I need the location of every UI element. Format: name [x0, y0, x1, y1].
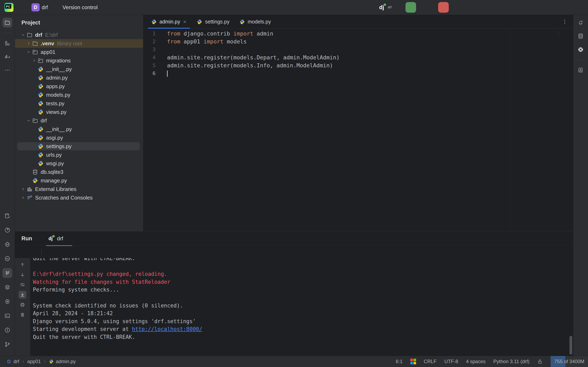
- more-actions-icon[interactable]: [456, 4, 463, 11]
- chevron-right-icon[interactable]: [26, 39, 32, 48]
- tool-button-project-folder[interactable]: [2, 18, 12, 27]
- status-line-separator[interactable]: CRLF: [424, 356, 437, 367]
- debug-button[interactable]: [423, 4, 431, 11]
- tree-item-app01[interactable]: app01: [15, 48, 143, 56]
- tree-item-tests-py[interactable]: tests.py: [15, 99, 143, 108]
- chevron-right-icon[interactable]: [20, 193, 26, 202]
- console-scrollbar[interactable]: [570, 336, 572, 355]
- server-url-link[interactable]: http://localhost:8000/: [132, 326, 202, 332]
- close-icon[interactable]: [183, 20, 187, 24]
- tree-item-admin-py[interactable]: admin.py: [15, 74, 143, 82]
- tree-item-external-libraries[interactable]: External Libraries: [15, 185, 143, 193]
- chevron-right-icon[interactable]: [20, 185, 26, 193]
- editor-tab-models-py[interactable]: models.py: [234, 15, 276, 29]
- tool-button-endpoints[interactable]: [2, 297, 12, 306]
- tree-item--venv[interactable]: .venvlibrary root: [15, 39, 143, 48]
- tree-item--init-py[interactable]: __init__.py: [15, 65, 143, 74]
- tool-button-problems[interactable]: [2, 325, 12, 335]
- tool-button-services[interactable]: [2, 282, 12, 292]
- rerun-button[interactable]: [405, 2, 416, 13]
- tool-button-profiler[interactable]: [2, 225, 12, 235]
- tree-item-migrations[interactable]: migrations: [15, 56, 143, 65]
- run-tab-drf[interactable]: dj drf: [45, 231, 73, 246]
- tab-label: settings.py: [205, 19, 230, 25]
- tool-button-django-structure[interactable]: [2, 52, 12, 62]
- tree-item-drf[interactable]: drfE:\drf: [15, 31, 143, 39]
- no-problems-icon[interactable]: [563, 31, 569, 37]
- project-widget[interactable]: D drf: [30, 2, 56, 13]
- console-output[interactable]: Quit the server with CTRL-BREAK. E:\drf\…: [30, 258, 573, 356]
- rerun-icon[interactable]: [19, 249, 26, 255]
- tabs-more-icon[interactable]: [562, 19, 568, 25]
- chevron-down-icon[interactable]: [20, 31, 26, 39]
- tree-item-apps-py[interactable]: apps.py: [15, 82, 143, 91]
- breadcrumb-item-app01[interactable]: app01: [27, 359, 41, 364]
- tree-item-scratches-and-consoles[interactable]: Scratches and Consoles: [15, 193, 143, 202]
- status-interpreter[interactable]: Python 3.11 (drf): [493, 356, 529, 367]
- tree-item--init-py[interactable]: __init__.py: [15, 125, 143, 133]
- margin-guide: [510, 29, 510, 231]
- python-icon: [38, 109, 44, 115]
- status-memory-indicator[interactable]: 755 of 3400M: [551, 356, 588, 367]
- tree-item-drf[interactable]: drf: [15, 116, 143, 125]
- minimize-button[interactable]: [539, 4, 545, 10]
- tool-button-notifications[interactable]: [576, 18, 586, 27]
- editor-tab-admin-py[interactable]: admin.py: [146, 15, 192, 29]
- restore-button[interactable]: [558, 4, 564, 10]
- tool-button-dictionary[interactable]: [576, 65, 586, 75]
- stop-button[interactable]: [438, 2, 449, 13]
- code-with-me-icon[interactable]: [476, 4, 483, 11]
- tree-item-asgi-py[interactable]: asgi.py: [15, 133, 143, 142]
- tool-button-database-tool[interactable]: [576, 31, 586, 41]
- tree-item-models-py[interactable]: models.py: [15, 91, 143, 99]
- tool-button-version-control[interactable]: [2, 340, 12, 349]
- strip-divider: [3, 33, 11, 33]
- tree-item-settings-py[interactable]: settings.py: [15, 142, 143, 150]
- soft-wrap-button[interactable]: [18, 281, 26, 289]
- breadcrumb-item-admin-py[interactable]: admin.py: [49, 359, 76, 364]
- up-stacktrace-button[interactable]: [18, 261, 26, 269]
- status-readonly-toggle[interactable]: [537, 356, 543, 367]
- search-everywhere-icon[interactable]: [505, 4, 512, 11]
- more-options-icon[interactable]: [46, 249, 53, 255]
- tree-item-views-py[interactable]: views.py: [15, 108, 143, 116]
- down-stacktrace-button[interactable]: [18, 271, 26, 279]
- tree-item-db-sqlite3[interactable]: db.sqlite3: [15, 168, 143, 176]
- tree-item-urls-py[interactable]: urls.py: [15, 150, 143, 159]
- tree-item-wsgi-py[interactable]: wsgi.py: [15, 159, 143, 168]
- status-indent[interactable]: 4 spaces: [466, 356, 486, 367]
- vcs-widget[interactable]: Version control: [61, 3, 106, 12]
- breadcrumb-item-drf[interactable]: drf: [7, 359, 19, 364]
- status-ime-indicator[interactable]: [410, 356, 416, 367]
- main-menu-icon[interactable]: [18, 4, 25, 11]
- status-caret-position[interactable]: 6:1: [396, 356, 402, 367]
- close-icon[interactable]: [66, 236, 70, 241]
- clear-all-button[interactable]: [18, 311, 26, 319]
- tool-button-run[interactable]: [2, 268, 12, 278]
- chevron-down-icon[interactable]: [26, 48, 32, 56]
- status-encoding[interactable]: UTF-8: [444, 356, 458, 367]
- tool-button-structure[interactable]: [2, 38, 12, 48]
- chevron-right-icon[interactable]: [31, 56, 37, 65]
- tool-button-more-tool-windows[interactable]: [2, 65, 12, 75]
- translate-icon[interactable]: [490, 4, 497, 11]
- stop-icon[interactable]: [30, 249, 37, 255]
- settings-gear-icon[interactable]: [519, 4, 526, 11]
- close-button[interactable]: [577, 4, 584, 10]
- tool-button-python-packages[interactable]: [2, 240, 12, 249]
- editor-tab-settings-py[interactable]: settings.py: [192, 15, 234, 29]
- breadcrumb-separator: ›: [22, 359, 24, 364]
- inspection-widget[interactable]: [549, 31, 569, 37]
- project-panel-header[interactable]: Project: [15, 15, 143, 31]
- tool-button-database[interactable]: [2, 211, 12, 221]
- tool-button-terminal[interactable]: [2, 311, 12, 321]
- tree-item-manage-py[interactable]: manage.py: [15, 176, 143, 185]
- run-config-widget[interactable]: dj drf: [379, 4, 398, 11]
- print-button[interactable]: [18, 301, 26, 309]
- highlighting-level-icon[interactable]: [549, 31, 554, 37]
- scroll-to-end-button[interactable]: [18, 291, 26, 299]
- code-editor[interactable]: 1from django.contrib import admin2from a…: [143, 29, 573, 231]
- chevron-down-icon[interactable]: [26, 116, 32, 125]
- tool-button-python-console[interactable]: [2, 254, 12, 264]
- tool-button-x-plugin[interactable]: [576, 45, 586, 54]
